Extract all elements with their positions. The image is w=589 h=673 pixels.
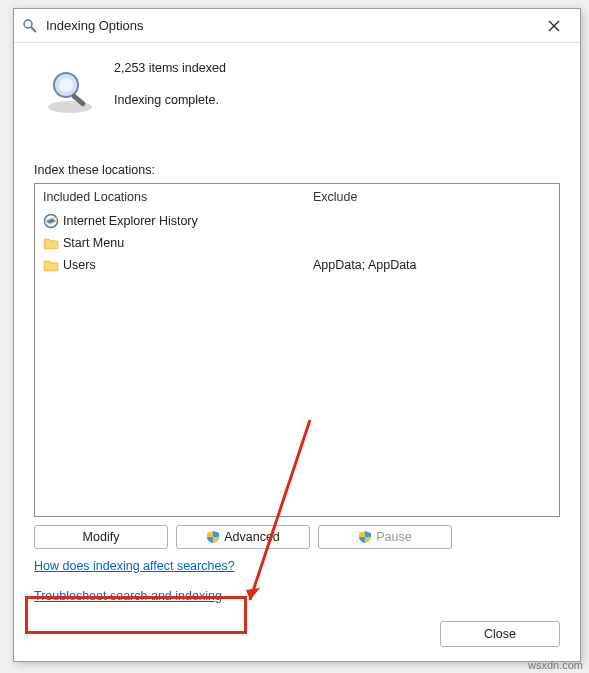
svg-point-4 <box>48 101 92 113</box>
close-button-label: Close <box>484 627 516 641</box>
status-row: 2,253 items indexed Indexing complete. <box>34 59 560 123</box>
pause-button: Pause <box>318 525 452 549</box>
close-button[interactable]: Close <box>440 621 560 647</box>
list-item-label: Users <box>63 258 96 272</box>
advanced-button[interactable]: Advanced <box>176 525 310 549</box>
help-links: How does indexing affect searches? Troub… <box>34 559 560 603</box>
svg-point-6 <box>59 78 73 92</box>
indexing-options-dialog: Indexing Options 2,253 items indexed Ind… <box>13 8 581 662</box>
modify-button[interactable]: Modify <box>34 525 168 549</box>
exclude-cell <box>313 210 551 232</box>
shield-icon <box>206 530 220 544</box>
modify-button-label: Modify <box>83 530 120 544</box>
indexed-count: 2,253 items indexed <box>114 61 226 75</box>
advanced-button-label: Advanced <box>224 530 280 544</box>
list-item-label: Start Menu <box>63 236 124 250</box>
button-row: Modify Advanced Pause <box>34 525 560 549</box>
column-header-included: Included Locations <box>43 190 297 204</box>
locations-list[interactable]: Included Locations Internet Explorer His… <box>34 183 560 517</box>
list-item-label: Internet Explorer History <box>63 214 198 228</box>
dialog-title: Indexing Options <box>46 18 534 33</box>
exclude-cell <box>313 232 551 254</box>
troubleshoot-link[interactable]: Troubleshoot search and indexing <box>34 589 222 603</box>
titlebar: Indexing Options <box>14 9 580 43</box>
locations-label: Index these locations: <box>34 163 560 177</box>
dialog-content: 2,253 items indexed Indexing complete. I… <box>14 43 580 621</box>
list-item[interactable]: Start Menu <box>43 232 297 254</box>
exclude-cell: AppData; AppData <box>313 254 551 276</box>
magnifier-icon <box>44 65 96 117</box>
close-icon[interactable] <box>534 12 574 40</box>
svg-point-0 <box>24 20 32 28</box>
ie-icon <box>43 213 59 229</box>
shield-icon <box>358 530 372 544</box>
pause-button-label: Pause <box>376 530 411 544</box>
folder-icon <box>43 257 59 273</box>
watermark: wsxdn.com <box>528 659 583 671</box>
column-header-exclude: Exclude <box>313 190 551 204</box>
list-item[interactable]: Internet Explorer History <box>43 210 297 232</box>
indexing-state: Indexing complete. <box>114 93 226 107</box>
list-item[interactable]: Users <box>43 254 297 276</box>
folder-icon <box>43 235 59 251</box>
how-indexing-link[interactable]: How does indexing affect searches? <box>34 559 235 573</box>
dialog-footer: Close <box>14 621 580 661</box>
svg-line-1 <box>31 27 36 32</box>
indexing-icon <box>22 18 38 34</box>
